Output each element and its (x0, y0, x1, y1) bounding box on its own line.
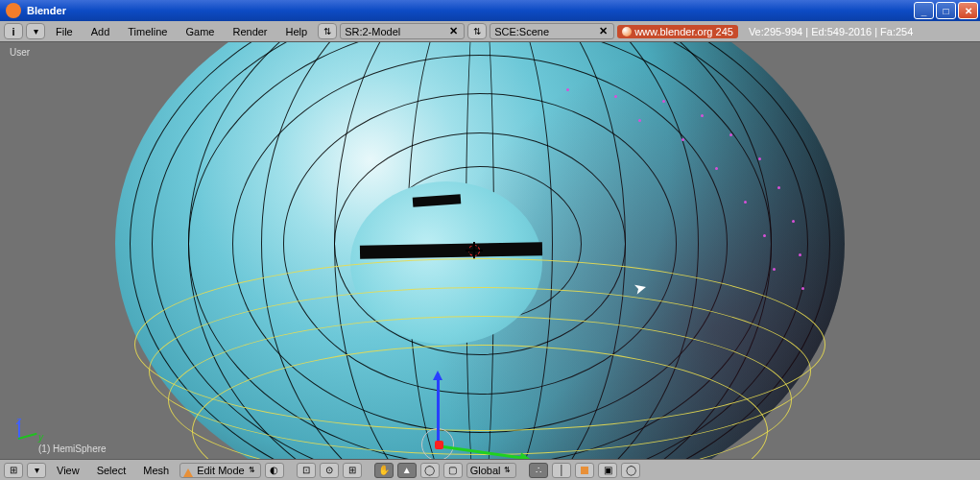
chevron-down-icon: ⇅ (504, 466, 511, 474)
close-button[interactable]: ✕ (958, 2, 978, 19)
3dview-header: ⊞ ▾ View Select Mesh Edit Mode ⇅ ◐ ⊡ ⊙ ⊞… (0, 459, 980, 480)
gizmo-x-axis[interactable] (435, 441, 443, 449)
scene-browse-icon[interactable]: ⇅ (467, 23, 487, 39)
manipulator-toggle-icon[interactable]: ✋ (374, 463, 394, 478)
axis-z-label: z (16, 416, 21, 426)
screen-layout-dropdown[interactable]: SR:2-Model ✕ (340, 23, 465, 39)
menu-help[interactable]: Help (278, 24, 316, 39)
window-type-menu-icon[interactable]: i (4, 23, 23, 39)
globe-icon (622, 27, 632, 36)
collapse-menu-icon[interactable]: ▾ (26, 23, 45, 39)
face-select-icon[interactable] (575, 463, 594, 478)
view-perspective-label: User (10, 47, 30, 58)
scene-label: SCE:Scene (494, 26, 549, 37)
occlude-geometry-icon[interactable]: ▣ (598, 463, 617, 478)
eye-cutout (350, 181, 542, 345)
3d-cursor (466, 242, 483, 259)
info-header: i ▾ File Add Timeline Game Render Help ⇅… (0, 21, 980, 42)
menu-render[interactable]: Render (225, 24, 275, 39)
screen-layout-delete-icon[interactable]: ✕ (447, 25, 460, 37)
screen-browse-icon[interactable]: ⇅ (318, 23, 337, 39)
minimize-button[interactable]: _ (914, 2, 934, 19)
blender-icon (6, 3, 21, 18)
collapse-menu-footer-icon[interactable]: ▾ (27, 463, 46, 478)
axis-indicator: z y (14, 416, 43, 444)
chevron-down-icon: ⇅ (249, 466, 255, 474)
gizmo-z-axis[interactable] (437, 373, 440, 445)
scale-manip-icon[interactable]: ▢ (443, 463, 463, 478)
view-type-menu-icon[interactable]: ⊞ (4, 463, 23, 478)
window-controls: _ □ ✕ (914, 2, 978, 19)
menu-game[interactable]: Game (178, 24, 222, 39)
vertex-select-icon[interactable]: ∴ (529, 463, 548, 478)
menu-timeline[interactable]: Timeline (120, 24, 175, 39)
translate-manip-icon[interactable]: ▲ (397, 463, 417, 478)
screen-layout-label: SR:2-Model (345, 26, 400, 37)
window-title: Blender (27, 5, 914, 16)
transform-gizmo[interactable] (427, 340, 542, 455)
menu-view[interactable]: View (50, 463, 86, 478)
menu-mesh[interactable]: Mesh (136, 463, 176, 478)
menu-file[interactable]: File (48, 24, 81, 39)
edge-select-icon[interactable]: │ (552, 463, 571, 478)
mode-dropdown[interactable]: Edit Mode ⇅ (179, 463, 261, 478)
orientation-dropdown[interactable]: Global ⇅ (466, 463, 517, 478)
mode-label: Edit Mode (197, 465, 245, 476)
maximize-button[interactable]: □ (936, 2, 956, 19)
pivot-bbox-icon[interactable]: ⊡ (297, 463, 316, 478)
active-object-label: (1) HemiSphere (38, 444, 107, 454)
window-titlebar: Blender _ □ ✕ (0, 0, 980, 21)
3d-viewport[interactable]: User (0, 42, 980, 459)
menu-add[interactable]: Add (84, 24, 118, 39)
scene-delete-icon[interactable]: ✕ (597, 25, 610, 37)
proportional-edit-icon[interactable]: ◯ (621, 463, 640, 478)
menu-select[interactable]: Select (90, 463, 133, 478)
scene-dropdown[interactable]: SCE:Scene ✕ (490, 23, 614, 39)
shading-menu-icon[interactable]: ◐ (265, 463, 284, 478)
blender-url-label: www.blender.org 245 (634, 26, 733, 37)
blender-url-button[interactable]: www.blender.org 245 (617, 25, 738, 38)
pivot-median-icon[interactable]: ⊙ (320, 463, 339, 478)
axis-y-label: y (38, 432, 43, 443)
pivot-individual-icon[interactable]: ⊞ (343, 463, 362, 478)
orientation-label: Global (470, 465, 501, 476)
mesh-statistics: Ve:295-994 | Ed:549-2016 | Fa:254 (749, 26, 913, 37)
edit-mode-icon (183, 464, 193, 477)
rotate-manip-icon[interactable]: ◯ (420, 463, 440, 478)
